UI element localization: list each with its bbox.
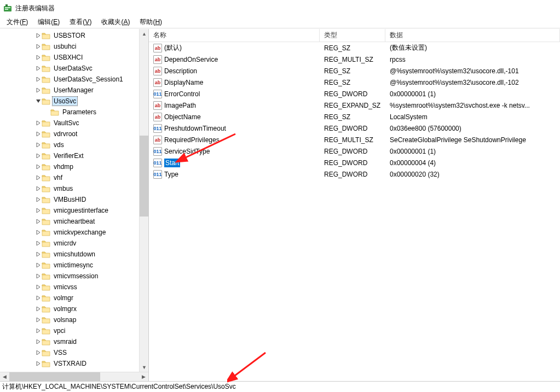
tree-item-vmicvmsession[interactable]: vmicvmsession	[0, 271, 139, 282]
expand-toggle-icon[interactable]	[35, 43, 42, 50]
expand-toggle-icon[interactable]	[35, 98, 42, 104]
scroll-up-button[interactable]: ▲	[140, 29, 149, 38]
scroll-thumb[interactable]	[9, 372, 100, 382]
scroll-left-button[interactable]: ◀	[0, 372, 9, 382]
expand-toggle-icon[interactable]	[35, 163, 42, 170]
value-name: PreshutdownTimeout	[164, 125, 226, 132]
tree-item-volmgrx[interactable]: volmgrx	[0, 303, 139, 314]
value-row-Start[interactable]: 011StartREG_DWORD0x00000004 (4)	[149, 157, 560, 168]
expand-toggle-icon[interactable]	[35, 360, 42, 367]
tree-item-vdrvroot[interactable]: vdrvroot	[0, 128, 139, 139]
menu-收藏夹[interactable]: 收藏夹(A)	[97, 16, 134, 28]
value-row-DependOnService[interactable]: abDependOnServiceREG_MULTI_SZrpcss	[149, 54, 560, 65]
tree-item-VerifierExt[interactable]: VerifierExt	[0, 150, 139, 161]
tree-item-USBSTOR[interactable]: USBSTOR	[0, 30, 139, 41]
expand-toggle-icon[interactable]	[35, 349, 42, 356]
menu-文件[interactable]: 文件(F)	[2, 16, 32, 28]
expand-toggle-icon[interactable]	[35, 87, 42, 93]
expand-toggle-icon[interactable]	[35, 306, 42, 312]
scroll-track[interactable]	[140, 38, 148, 362]
scroll-thumb[interactable]	[140, 136, 148, 217]
values-body[interactable]: ab(默认)REG_SZ(数值未设置)abDependOnServiceREG_…	[149, 42, 560, 381]
tree-item-vmbus[interactable]: vmbus	[0, 183, 139, 194]
folder-icon	[42, 163, 50, 171]
expand-toggle-icon[interactable]	[35, 295, 42, 301]
tree-item-vds[interactable]: vds	[0, 139, 139, 150]
expand-toggle-icon[interactable]	[35, 185, 42, 192]
tree-vertical-scrollbar[interactable]: ▲ ▼	[139, 29, 148, 372]
menu-编辑[interactable]: 编辑(E)	[33, 16, 64, 28]
expand-toggle-icon[interactable]	[35, 338, 42, 345]
tree-item-vmicrdv[interactable]: vmicrdv	[0, 238, 139, 249]
tree-item-vmicheartbeat[interactable]: vmicheartbeat	[0, 216, 139, 227]
tree-item-VSS[interactable]: VSS	[0, 347, 139, 358]
value-row-ObjectName[interactable]: abObjectNameREG_SZLocalSystem	[149, 111, 560, 122]
value-row-(默认)[interactable]: ab(默认)REG_SZ(数值未设置)	[149, 42, 560, 54]
value-data: 0x00000004 (4)	[385, 159, 560, 167]
expand-toggle-icon[interactable]	[35, 317, 42, 323]
value-row-PreshutdownTimeout[interactable]: 011PreshutdownTimeoutREG_DWORD0x036ee800…	[149, 122, 560, 134]
tree-item-vpci[interactable]: vpci	[0, 325, 139, 336]
tree-item-USBXHCI[interactable]: USBXHCI	[0, 52, 139, 63]
tree-item-volmgr[interactable]: volmgr	[0, 292, 139, 303]
value-row-Description[interactable]: abDescriptionREG_SZ@%systemroot%\system3…	[149, 65, 560, 77]
tree-item-usbuhci[interactable]: usbuhci	[0, 41, 139, 52]
tree-horizontal-scrollbar[interactable]: ◀ ▶	[0, 372, 148, 381]
column-header-type[interactable]: 类型	[320, 29, 385, 42]
string-value-icon: ab	[153, 136, 162, 144]
tree-item-vmicvss[interactable]: vmicvss	[0, 282, 139, 292]
tree-item-vhf[interactable]: vhf	[0, 172, 139, 183]
tree-item-UserDataSvc[interactable]: UserDataSvc	[0, 63, 139, 74]
expand-toggle-icon[interactable]	[35, 218, 42, 225]
tree-item-UserManager[interactable]: UserManager	[0, 85, 139, 96]
tree-item-vmickvpexchange[interactable]: vmickvpexchange	[0, 227, 139, 238]
expand-toggle-icon[interactable]	[35, 240, 42, 247]
menu-帮助[interactable]: 帮助(H)	[135, 16, 166, 28]
expand-toggle-icon[interactable]	[35, 284, 42, 290]
expand-toggle-icon[interactable]	[44, 109, 50, 115]
column-header-name[interactable]: 名称	[149, 29, 320, 42]
value-name: ImagePath	[164, 102, 196, 109]
value-row-Type[interactable]: 011TypeREG_DWORD0x00000020 (32)	[149, 168, 560, 180]
tree-item-UsoSvc[interactable]: UsoSvc	[0, 96, 139, 107]
scroll-track[interactable]	[9, 372, 139, 382]
expand-toggle-icon[interactable]	[35, 327, 42, 334]
expand-toggle-icon[interactable]	[35, 229, 42, 236]
tree-item-vmicguestinterface[interactable]: vmicguestinterface	[0, 205, 139, 216]
column-header-data[interactable]: 数据	[385, 29, 560, 42]
expand-toggle-icon[interactable]	[35, 153, 42, 159]
value-row-ImagePath[interactable]: abImagePathREG_EXPAND_SZ%systemroot%\sys…	[149, 100, 560, 111]
expand-toggle-icon[interactable]	[35, 207, 42, 214]
tree-item-vmictimesync[interactable]: vmictimesync	[0, 260, 139, 271]
value-name: Description	[164, 67, 197, 75]
expand-toggle-icon[interactable]	[35, 65, 42, 72]
tree-item-vmicshutdown[interactable]: vmicshutdown	[0, 249, 139, 260]
expand-toggle-icon[interactable]	[35, 196, 42, 203]
value-row-ErrorControl[interactable]: 011ErrorControlREG_DWORD0x00000001 (1)	[149, 88, 560, 100]
tree-item-VaultSvc[interactable]: VaultSvc	[0, 118, 139, 128]
tree-item-VMBusHID[interactable]: VMBusHID	[0, 194, 139, 205]
expand-toggle-icon[interactable]	[35, 273, 42, 279]
expand-toggle-icon[interactable]	[35, 262, 42, 268]
tree-scroll-area[interactable]: USBSTORusbuhciUSBXHCIUserDataSvcUserData…	[0, 29, 139, 372]
tree-item-vhdmp[interactable]: vhdmp	[0, 161, 139, 172]
value-row-DisplayName[interactable]: abDisplayNameREG_SZ@%systemroot%\system3…	[149, 77, 560, 88]
value-row-RequiredPrivileges[interactable]: abRequiredPrivilegesREG_MULTI_SZSeCreate…	[149, 134, 560, 145]
expand-toggle-icon[interactable]	[35, 131, 42, 137]
expand-toggle-icon[interactable]	[35, 120, 42, 126]
expand-toggle-icon[interactable]	[35, 76, 42, 83]
expand-toggle-icon[interactable]	[35, 54, 42, 61]
expand-toggle-icon[interactable]	[35, 174, 42, 181]
menu-查看[interactable]: 查看(V)	[65, 16, 96, 28]
expand-toggle-icon[interactable]	[35, 142, 42, 148]
tree-item-vsmraid[interactable]: vsmraid	[0, 336, 139, 347]
scroll-right-button[interactable]: ▶	[139, 372, 148, 382]
value-row-ServiceSidType[interactable]: 011ServiceSidTypeREG_DWORD0x00000001 (1)	[149, 145, 560, 157]
expand-toggle-icon[interactable]	[35, 251, 42, 258]
tree-item-Parameters[interactable]: Parameters	[0, 107, 139, 118]
tree-item-VSTXRAID[interactable]: VSTXRAID	[0, 358, 139, 369]
tree-item-volsnap[interactable]: volsnap	[0, 314, 139, 325]
tree-item-UserDataSvc_Session1[interactable]: UserDataSvc_Session1	[0, 74, 139, 85]
scroll-down-button[interactable]: ▼	[140, 362, 149, 372]
expand-toggle-icon[interactable]	[35, 32, 42, 39]
